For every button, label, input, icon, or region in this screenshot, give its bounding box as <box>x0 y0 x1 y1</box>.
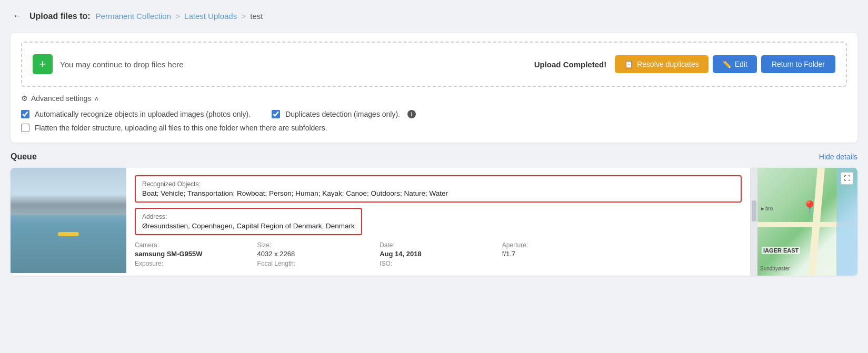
queue-header: Queue Hide details <box>11 152 857 162</box>
checkbox-group-row: Automatically recognize objects in uploa… <box>21 110 847 118</box>
recognized-objects-value: Boat; Vehicle; Transportation; Rowboat; … <box>142 189 734 197</box>
advanced-settings-toggle[interactable]: ⚙ Advanced settings ∧ <box>21 94 847 103</box>
plus-icon: + <box>39 58 46 70</box>
return-to-folder-button[interactable]: Return to Folder <box>761 55 835 73</box>
map-expand-button[interactable]: ⛶ <box>841 172 853 185</box>
drop-text: You may continue to drop files here <box>60 60 527 69</box>
meta-date: Date: Aug 14, 2018 <box>380 241 497 258</box>
queue-title: Queue <box>11 152 37 162</box>
camera-label: Camera: <box>135 241 252 249</box>
recognized-objects-label: Recognized Objects: <box>142 180 734 188</box>
flatten-checkbox[interactable] <box>21 124 29 132</box>
auto-recognize-option: Automatically recognize objects in uploa… <box>21 110 251 118</box>
meta-size: Size: 4032 x 2268 <box>257 241 375 258</box>
breadcrumb: Permanent Collection > Latest Uploads > … <box>96 12 263 21</box>
meta-empty <box>624 241 742 258</box>
date-value: Aug 14, 2018 <box>380 250 497 258</box>
breadcrumb-collection[interactable]: Permanent Collection <box>96 12 171 21</box>
edit-label: Edit <box>735 60 747 68</box>
auto-recognize-label: Automatically recognize objects in uploa… <box>35 110 251 118</box>
duplicates-option: Duplicates detection (images only). i <box>272 110 416 118</box>
duplicates-checkbox[interactable] <box>272 110 280 118</box>
date-label: Date: <box>380 241 497 249</box>
scroll-bar[interactable] <box>750 168 757 276</box>
aperture-label: Aperture: <box>502 241 620 249</box>
map-pin-icon: 📍 <box>801 200 818 216</box>
resolve-label: Resolve duplicates <box>637 60 699 68</box>
meta-exposure: Exposure: <box>135 260 252 268</box>
recognized-objects-box: Recognized Objects: Boat; Vehicle; Trans… <box>135 175 742 203</box>
address-box: Address: Øresundsstien, Copenhagen, Capi… <box>135 208 362 235</box>
address-label: Address: <box>142 213 355 220</box>
skyline <box>11 194 126 215</box>
flatten-option: Flatten the folder structure, uploading … <box>21 124 847 132</box>
hide-details-button[interactable]: Hide details <box>819 153 857 161</box>
size-value: 4032 x 2268 <box>257 250 375 258</box>
address-value: Øresundsstien, Copenhagen, Capital Regio… <box>142 222 355 230</box>
edit-icon: ✏️ <box>722 60 731 68</box>
scroll-thumb <box>752 200 756 221</box>
resolve-icon: 📋 <box>624 60 633 68</box>
breadcrumb-folder[interactable]: Latest Uploads <box>184 12 237 21</box>
queue-item: Recognized Objects: Boat; Vehicle; Trans… <box>11 168 857 276</box>
focal-label: Focal Length: <box>257 260 375 267</box>
drop-zone-actions: Upload Completed! 📋 Resolve duplicates ✏… <box>534 55 835 73</box>
duplicates-label: Duplicates detection (images only). <box>285 110 400 118</box>
map-label-sw: Sundbyøster <box>760 266 790 271</box>
edit-button[interactable]: ✏️ Edit <box>713 55 757 73</box>
back-button[interactable]: ← <box>11 8 24 24</box>
return-label: Return to Folder <box>772 60 825 68</box>
settings-options: Automatically recognize objects in uploa… <box>21 110 847 132</box>
iso-label: ISO: <box>380 260 497 267</box>
add-files-button[interactable]: + <box>33 54 53 74</box>
meta-focal: Focal Length: <box>257 260 375 268</box>
breadcrumb-current[interactable]: test <box>250 12 263 21</box>
gear-icon: ⚙ <box>21 94 28 103</box>
info-icon[interactable]: i <box>407 110 416 118</box>
aperture-value: f/1.7 <box>502 250 620 258</box>
meta-grid: Camera: samsung SM-G955W Size: 4032 x 22… <box>135 241 742 268</box>
resolve-duplicates-button[interactable]: 📋 Resolve duplicates <box>615 55 709 73</box>
queue-item-details: Recognized Objects: Boat; Vehicle; Trans… <box>126 168 750 276</box>
map-background: 📍 ⛶ IAGER EAST ►bro Sundbyøster <box>757 168 857 276</box>
page-header: ← Upload files to: Permanent Collection … <box>11 8 857 24</box>
exposure-label: Exposure: <box>135 260 252 267</box>
camera-value: samsung SM-G955W <box>135 250 252 258</box>
map-label-iager: IAGER EAST <box>762 247 800 254</box>
size-label: Size: <box>257 241 375 249</box>
advanced-settings-label: Advanced settings <box>31 94 91 103</box>
drop-zone[interactable]: + You may continue to drop files here Up… <box>21 42 847 87</box>
meta-aperture: Aperture: f/1.7 <box>502 241 620 258</box>
chevron-up-icon: ∧ <box>94 95 99 102</box>
upload-status: Upload Completed! <box>534 60 607 69</box>
meta-camera: Camera: samsung SM-G955W <box>135 241 252 258</box>
upload-card: + You may continue to drop files here Up… <box>11 33 857 143</box>
map-label-nw: ►bro <box>760 206 773 211</box>
map-area: 📍 ⛶ IAGER EAST ►bro Sundbyøster <box>757 168 857 276</box>
upload-title: Upload files to: <box>29 12 91 21</box>
kayak <box>58 232 79 236</box>
queue-thumbnail <box>11 168 126 273</box>
meta-iso: ISO: <box>380 260 497 268</box>
auto-recognize-checkbox[interactable] <box>21 110 29 118</box>
flatten-label: Flatten the folder structure, uploading … <box>35 124 327 132</box>
